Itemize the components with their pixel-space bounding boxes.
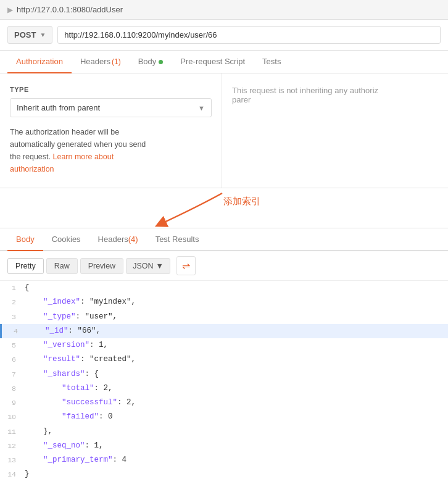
line-number: 2	[0, 295, 22, 309]
response-tab-test-results[interactable]: Test Results	[147, 228, 208, 251]
type-value: Inherit auth from parent	[17, 103, 100, 112]
wrap-button[interactable]: ⇌	[176, 256, 196, 275]
method-select[interactable]: POST ▼	[7, 26, 52, 44]
url-bar: ▶ http://127.0.0.1:8080/addUser	[0, 0, 448, 20]
response-section: Body Cookies Headers(4) Test Results Pre…	[0, 228, 448, 482]
auth-right-text2: parer	[232, 95, 251, 104]
format-tab-preview[interactable]: Preview	[80, 258, 123, 274]
tab-headers[interactable]: Headers(1)	[72, 51, 130, 73]
json-line-5: 5 "_version": 1,	[0, 338, 448, 352]
line-number: 13	[0, 453, 22, 467]
body-dot	[159, 60, 163, 64]
auth-learn-more-link[interactable]: Learn more aboutauthorization	[10, 152, 114, 173]
json-line-4: 4 "_id": "66",	[0, 324, 448, 338]
line-number: 9	[0, 396, 22, 410]
tab-authorization[interactable]: Authorization	[7, 51, 72, 73]
json-line-8: 8 "total": 2,	[0, 381, 448, 396]
line-number: 7	[0, 367, 22, 381]
response-tab-headers[interactable]: Headers(4)	[89, 228, 147, 251]
json-line-13: 13 "_primary_term": 4	[0, 453, 448, 467]
line-number: 8	[0, 381, 22, 396]
line-content: "_seq_no": 1,	[22, 439, 448, 453]
request-tabs-row: Authorization Headers(1) Body Pre-reques…	[0, 51, 448, 73]
url-bar-text: http://127.0.0.1:8080/addUser	[17, 5, 123, 14]
auth-description: The authorization header will be automat…	[10, 126, 212, 175]
line-content: "_shards": {	[22, 367, 448, 381]
type-label: TYPE	[10, 86, 212, 93]
response-tab-cookies[interactable]: Cookies	[43, 228, 89, 251]
line-content: "_type": "user",	[22, 310, 448, 324]
line-number: 14	[0, 467, 22, 481]
json-line-3: 3 "_type": "user",	[0, 310, 448, 324]
json-line-14: 14}	[0, 467, 448, 481]
line-content: }	[22, 467, 448, 481]
line-content: "_index": "myindex",	[22, 295, 448, 309]
headers-badge: (4)	[128, 235, 138, 244]
line-number: 10	[0, 410, 22, 424]
line-number: 6	[0, 352, 22, 367]
format-tab-pretty[interactable]: Pretty	[7, 258, 44, 274]
format-type-label: JSON	[133, 262, 153, 270]
url-bar-arrow-icon: ▶	[7, 6, 13, 14]
request-row: POST ▼	[0, 20, 448, 51]
auth-right: This request is not inheriting any autho…	[222, 73, 448, 188]
format-type-select[interactable]: JSON ▼	[126, 258, 170, 274]
json-line-6: 6 "result": "created",	[0, 352, 448, 367]
auth-left: TYPE Inherit auth from parent ▼ The auth…	[0, 73, 222, 188]
line-content: },	[22, 425, 448, 439]
json-line-10: 10 "failed": 0	[0, 410, 448, 424]
json-line-1: 1{	[0, 281, 448, 295]
json-line-9: 9 "successful": 2,	[0, 396, 448, 410]
json-body: 1{2 "_index": "myindex",3 "_type": "user…	[0, 281, 448, 482]
json-line-11: 11 },	[0, 425, 448, 439]
format-type-dropdown-icon: ▼	[156, 262, 163, 270]
line-content: "successful": 2,	[22, 396, 448, 410]
format-tab-raw[interactable]: Raw	[46, 258, 78, 274]
line-content: "_id": "66",	[24, 324, 448, 338]
annotation-area: 添加索引	[0, 188, 448, 228]
line-number: 1	[0, 281, 22, 295]
response-tabs-row: Body Cookies Headers(4) Test Results	[0, 228, 448, 251]
line-content: "_primary_term": 4	[22, 453, 448, 467]
tab-body[interactable]: Body	[130, 51, 172, 73]
url-input[interactable]	[57, 26, 441, 44]
line-content: "failed": 0	[22, 410, 448, 424]
tab-tests[interactable]: Tests	[254, 51, 289, 73]
line-content: "result": "created",	[22, 352, 448, 367]
line-content: {	[22, 281, 448, 295]
type-select[interactable]: Inherit auth from parent ▼	[10, 98, 212, 117]
line-content: "_version": 1,	[22, 338, 448, 352]
line-number: 4	[2, 324, 24, 338]
json-line-7: 7 "_shards": {	[0, 367, 448, 381]
format-tabs-row: Pretty Raw Preview JSON ▼ ⇌	[0, 251, 448, 281]
auth-right-text: This request is not inheriting any autho…	[232, 86, 378, 95]
method-dropdown-icon: ▼	[39, 31, 46, 38]
line-number: 5	[0, 338, 22, 352]
annotation-arrow-icon	[123, 188, 247, 228]
method-label: POST	[14, 30, 36, 40]
line-number: 11	[0, 425, 22, 439]
json-line-12: 12 "_seq_no": 1,	[0, 439, 448, 453]
json-line-2: 2 "_index": "myindex",	[0, 295, 448, 309]
response-tab-body[interactable]: Body	[7, 228, 43, 251]
tab-prerequest[interactable]: Pre-request Script	[172, 51, 254, 73]
type-dropdown-icon: ▼	[198, 104, 205, 112]
wrap-icon: ⇌	[182, 260, 190, 272]
line-number: 12	[0, 439, 22, 453]
line-number: 3	[0, 310, 22, 324]
line-content: "total": 2,	[22, 381, 448, 396]
auth-panel: TYPE Inherit auth from parent ▼ The auth…	[0, 73, 448, 188]
